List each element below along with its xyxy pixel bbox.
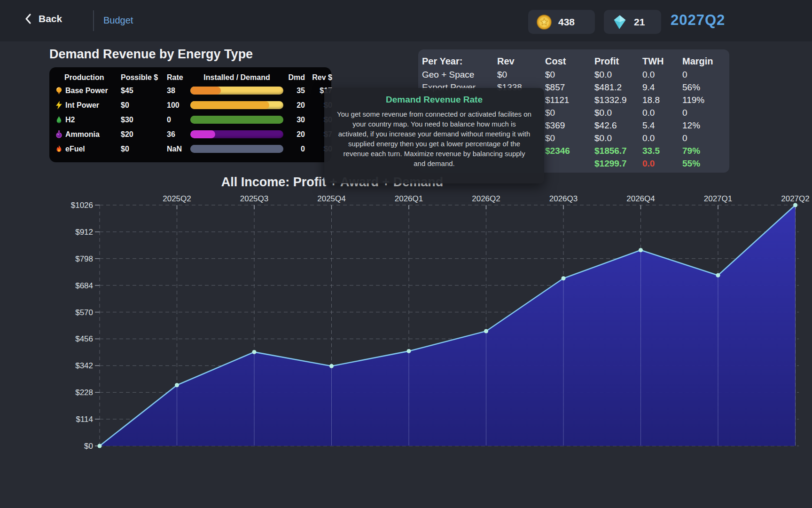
current-quarter: 2027Q2 [671, 12, 725, 29]
per-year-header: Per Year:RevCostProfitTWHMargin [422, 54, 726, 68]
cell-dmd: 30 [284, 116, 305, 124]
data-point [716, 273, 720, 278]
energy-row-base-power: Base Power$453835$17 [53, 83, 327, 98]
cell-cost: $0 [545, 133, 594, 143]
energy-table: Production Possible $ Rate Installed / D… [49, 67, 331, 162]
cell-profit: $1856.7 [594, 146, 642, 156]
cell-twh: 0.0 [642, 133, 682, 143]
x-tick-label: 2025Q3 [240, 194, 269, 203]
data-point [329, 364, 334, 368]
energy-row-h2: H2$30030$0 [53, 112, 327, 127]
cell-profit: $0.0 [594, 70, 642, 80]
cell-profit: $481.2 [594, 82, 642, 93]
energy-table-title: Demand Revenue by Energy Type [49, 47, 253, 62]
cell-margin: 55% [682, 159, 726, 169]
demand-revenue-rate-tooltip: Demand Revenue Rate You get some revenue… [324, 88, 544, 183]
cell-possible: $30 [121, 116, 166, 124]
cell-possible: $20 [121, 130, 166, 139]
cell-profit: $0.0 [594, 108, 642, 118]
cell-possible: $0 [121, 145, 166, 153]
data-point [407, 349, 411, 353]
cell-cost: $857 [545, 82, 594, 93]
y-tick-label: $912 [75, 228, 93, 237]
tab-budget[interactable]: Budget [103, 15, 133, 26]
cell-twh: 18.8 [642, 95, 682, 105]
cell-production: Int Power [65, 101, 120, 110]
coin-count: 438 [558, 16, 575, 28]
y-tick-label: $342 [75, 361, 93, 370]
lightning-icon [53, 101, 64, 110]
cell-twh: 0.0 [642, 108, 682, 118]
flame-icon [53, 144, 64, 153]
cell-margin: 119% [682, 95, 726, 105]
y-tick-label: $0 [84, 442, 93, 451]
cell-cost: $0 [545, 70, 594, 80]
y-tick-label: $1026 [71, 201, 93, 210]
income-area-chart: $1026$912$798$684$570$456$342$228$114$02… [0, 188, 812, 456]
x-tick-label: 2026Q1 [395, 194, 423, 203]
cell-production: Ammonia [65, 130, 120, 139]
header-installed-demand: Installed / Demand [190, 73, 283, 82]
cell-twh: 5.4 [642, 120, 682, 131]
gem-balance-badge: 21 [604, 10, 661, 34]
header-production: Production [53, 73, 120, 82]
coin-balance-badge: 438 [528, 10, 595, 34]
cell-dmd: 20 [284, 130, 305, 139]
cell-rate: 100 [167, 101, 189, 110]
cell-rate: 38 [167, 87, 189, 95]
cell-possible: $0 [121, 101, 166, 110]
cell-margin: 79% [682, 146, 726, 156]
cell-margin: 12% [682, 120, 726, 131]
per-year-header-3: Profit [594, 56, 642, 67]
data-point [793, 203, 797, 207]
energy-row-int-power: Int Power$010020$0 [53, 98, 327, 112]
energy-table-header: Production Possible $ Rate Installed / D… [53, 72, 327, 83]
cell-twh: 9.4 [642, 82, 682, 93]
energy-row-ammonia: Ammonia$203620$7 [53, 127, 327, 142]
header-possible: Possible $ [121, 73, 166, 82]
y-tick-label: $684 [75, 281, 93, 290]
tooltip-title: Demand Revenue Rate [336, 95, 532, 105]
per-year-header-1: Rev [497, 56, 545, 67]
cell-cost: $0 [545, 108, 594, 118]
cell-profit: $0.0 [594, 133, 642, 143]
cell-margin: 0 [682, 70, 726, 80]
back-label: Back [39, 13, 62, 24]
y-tick-label: $456 [75, 334, 93, 343]
cell-rate: 0 [167, 116, 189, 124]
data-point [484, 329, 488, 333]
droplet-icon [53, 115, 64, 124]
y-tick-label: $228 [75, 388, 93, 397]
flask-icon [53, 130, 64, 139]
cell-margin: 0 [682, 108, 726, 118]
data-point [562, 276, 566, 280]
coin-icon [536, 14, 553, 31]
installed-demand-bar [190, 116, 283, 124]
header-rate: Rate [167, 73, 189, 82]
per-year-header-2: Cost [545, 56, 594, 67]
installed-demand-bar [190, 145, 283, 153]
cell-cost: $369 [545, 120, 594, 131]
y-tick-label: $570 [75, 308, 93, 317]
x-tick-label: 2027Q1 [704, 194, 733, 203]
cell-profit: $1299.7 [594, 159, 642, 169]
cell-twh: 0.0 [642, 159, 682, 169]
header-rev: Rev $ [306, 73, 332, 82]
per-year-header-4: TWH [642, 56, 682, 67]
cell-production: Base Power [65, 87, 120, 95]
gem-count: 21 [634, 16, 645, 28]
installed-demand-bar [190, 87, 283, 95]
cell-production: eFuel [65, 145, 120, 153]
x-tick-label: 2027Q2 [781, 194, 810, 203]
back-button[interactable]: Back [24, 13, 62, 24]
data-point [98, 444, 102, 448]
bulb-icon [53, 86, 64, 95]
data-point [252, 350, 257, 354]
y-tick-label: $114 [76, 415, 93, 424]
cell-twh: 0.0 [642, 70, 682, 80]
cell-rate: 36 [167, 130, 189, 139]
cell-label: Geo + Space [422, 70, 497, 80]
cell-rev: $0 [497, 70, 545, 80]
area-fill [100, 205, 796, 446]
cell-dmd: 20 [284, 101, 305, 110]
